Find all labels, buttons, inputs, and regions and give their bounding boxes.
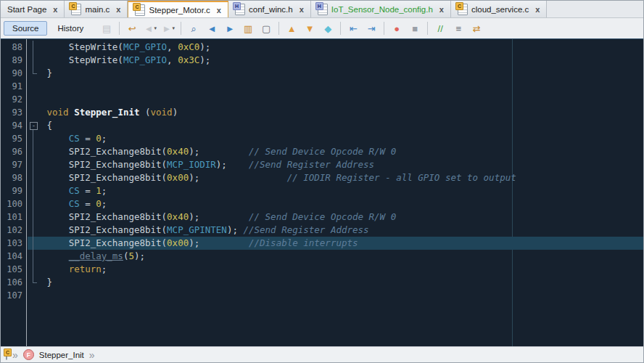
h-file-icon: H [235, 4, 245, 15]
fold-margin[interactable] [28, 276, 41, 289]
tab-iot-sensor-node-config-h[interactable]: HIoT_Sensor_Node_config.hx [311, 1, 451, 17]
rectangular-selection-icon[interactable]: ▢ [257, 20, 275, 36]
source-view-button[interactable]: Source [4, 21, 47, 36]
toggle-highlight-icon[interactable]: ▥ [239, 20, 257, 36]
code-line[interactable]: 106 } [1, 276, 643, 289]
line-number: 101 [1, 211, 27, 224]
code-line[interactable]: 103 SPI2_Exchange8bit(0x00); //Disable i… [1, 237, 643, 250]
toggle-bookmark-icon[interactable]: ◆ [319, 20, 337, 36]
find-previous-icon[interactable]: ◄ [203, 20, 220, 36]
code-line[interactable]: 93 void Stepper_Init (void) [1, 106, 643, 119]
code-line[interactable]: 91 [1, 80, 643, 93]
shift-right-icon[interactable]: ⇥ [363, 20, 380, 36]
file-badge: C [4, 348, 12, 356]
line-number: 93 [1, 106, 27, 119]
line-number: 104 [1, 250, 27, 263]
fold-margin[interactable] [28, 171, 41, 184]
comment-icon[interactable]: // [432, 20, 449, 36]
history-view-button[interactable]: History [49, 21, 92, 36]
fold-margin[interactable] [28, 41, 41, 54]
code-line[interactable]: 97 SPI2_Exchange8bit(MCP_IODIR); //Send … [1, 158, 643, 171]
line-number: 92 [1, 93, 27, 106]
code-text: return; [41, 263, 643, 276]
code-line[interactable]: 104 __delay_ms(5); [1, 250, 643, 263]
previous-bookmark-icon[interactable]: ▲ [283, 20, 300, 36]
tab-close-icon[interactable]: x [439, 5, 444, 14]
find-selection-icon[interactable]: ⌕ [185, 20, 202, 36]
ide-window: Start PagexCmain.cxCStepper_Motor.cxHcon… [0, 0, 644, 363]
find-next-icon[interactable]: ► [221, 20, 239, 36]
code-line[interactable]: 101 SPI2_Exchange8bit(0x40); // Send Dev… [1, 211, 643, 224]
back-icon[interactable]: ◄▾ [141, 20, 159, 36]
forward-icon[interactable]: ►▾ [160, 20, 177, 36]
file-badge: C [69, 2, 77, 10]
code-text: SPI2_Exchange8bit(0x00); // IODIR Regist… [41, 171, 643, 184]
tab-close-icon[interactable]: x [300, 5, 304, 14]
code-line[interactable]: 102 SPI2_Exchange8bit(MCP_GPINTEN); //Se… [1, 224, 643, 237]
tab-close-icon[interactable]: x [116, 5, 120, 14]
fold-margin[interactable] [28, 158, 41, 171]
code-line[interactable]: 92 [1, 93, 643, 106]
tab-main-c[interactable]: Cmain.cx [65, 1, 128, 17]
c-file-icon: C [458, 4, 468, 15]
code-text: CS = 0; [41, 132, 643, 145]
code-text: StepWrite(MCP_GPIO, 0xC0); [41, 41, 643, 54]
shift-left-icon[interactable]: ⇤ [344, 20, 362, 36]
code-editor[interactable]: 88 StepWrite(MCP_GPIO, 0xC0);89 StepWrit… [1, 38, 643, 347]
line-number: 88 [1, 41, 27, 54]
h-file-icon: H [318, 4, 328, 15]
code-line[interactable]: 94 { [1, 119, 643, 132]
code-text: __delay_ms(5); [41, 250, 643, 263]
tab-stepper-motor-c[interactable]: CStepper_Motor.cx [128, 1, 228, 17]
fold-margin[interactable] [28, 263, 41, 276]
last-edit-location-icon[interactable]: ↩ [123, 20, 141, 36]
c-file-icon: C [135, 4, 145, 16]
code-text: { [41, 119, 643, 132]
code-line[interactable]: 90 } [1, 67, 643, 80]
fold-margin[interactable] [28, 224, 41, 237]
code-line[interactable]: 88 StepWrite(MCP_GPIO, 0xC0); [1, 41, 643, 54]
editor-toolbar: Source History ▤↩◄▾►▾⌕◄►▥▢▲▼◆⇤⇥●■//≡⇄ [1, 18, 643, 39]
file-badge: C [455, 2, 463, 10]
next-bookmark-icon[interactable]: ▼ [301, 20, 318, 36]
code-line[interactable]: 107 [1, 289, 643, 302]
fold-margin[interactable] [28, 197, 41, 211]
code-line[interactable]: 100 CS = 0; [1, 197, 643, 211]
stop-macro-recording-icon[interactable]: ■ [406, 20, 424, 36]
tab-close-icon[interactable]: x [535, 5, 540, 14]
fold-margin[interactable] [28, 119, 41, 132]
fold-margin[interactable] [28, 54, 41, 67]
line-number: 99 [1, 184, 27, 197]
code-line[interactable]: 95 CS = 0; [1, 132, 643, 145]
code-text [41, 80, 643, 93]
tab-conf-winc-h[interactable]: Hconf_winc.hx [228, 1, 311, 17]
go-to-header-icon[interactable]: ⇄ [468, 20, 485, 36]
previous-document-icon[interactable]: ▤ [98, 20, 115, 36]
toolbar-separator [119, 22, 120, 35]
fold-margin[interactable] [28, 250, 41, 263]
code-line[interactable]: 98 SPI2_Exchange8bit(0x00); // IODIR Reg… [1, 171, 643, 184]
file-badge: C [133, 3, 141, 11]
code-line[interactable]: 96 SPI2_Exchange8bit(0x40); // Send Devi… [1, 145, 643, 158]
tab-start-page[interactable]: Start Pagex [1, 1, 65, 17]
code-line[interactable]: 89 StepWrite(MCP_GPIO, 0x3C); [1, 54, 643, 67]
fold-margin[interactable] [28, 67, 41, 80]
fold-margin[interactable] [28, 145, 41, 158]
uncomment-icon[interactable]: ≡ [450, 20, 467, 36]
start-macro-recording-icon[interactable]: ● [388, 20, 405, 36]
fold-margin[interactable] [28, 132, 41, 145]
fold-margin[interactable] [28, 237, 41, 250]
code-text: } [41, 276, 643, 289]
tab-cloud-service-c[interactable]: Ccloud_service.cx [451, 1, 547, 17]
code-text: SPI2_Exchange8bit(MCP_GPINTEN); //Send R… [41, 224, 643, 237]
tab-close-icon[interactable]: x [217, 6, 221, 15]
fold-margin[interactable] [28, 211, 41, 224]
line-number: 95 [1, 132, 27, 145]
code-line[interactable]: 105 return; [1, 263, 643, 276]
tab-close-icon[interactable]: x [53, 5, 57, 14]
breadcrumb-function[interactable]: Stepper_Init [39, 351, 84, 359]
code-line[interactable]: 99 CS = 1; [1, 184, 643, 197]
code-lines[interactable]: 88 StepWrite(MCP_GPIO, 0xC0);89 StepWrit… [1, 39, 643, 302]
fold-margin[interactable] [28, 184, 41, 197]
chevron-right-icon: » [12, 350, 18, 360]
